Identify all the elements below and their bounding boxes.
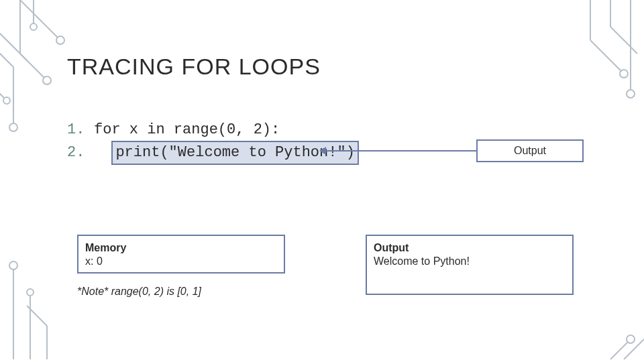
svg-point-12 bbox=[3, 97, 10, 104]
svg-line-8 bbox=[0, 40, 13, 67]
output-content: Welcome to Python! bbox=[374, 255, 566, 268]
svg-point-10 bbox=[9, 123, 17, 131]
svg-point-6 bbox=[30, 23, 37, 30]
svg-point-15 bbox=[620, 70, 628, 78]
circuit-deco-bottom-right bbox=[590, 319, 644, 362]
svg-line-17 bbox=[610, 27, 637, 54]
output-heading: Output bbox=[374, 241, 566, 255]
output-label-box: Output bbox=[476, 139, 584, 162]
code-text-1: for x in range(0, 2): bbox=[94, 121, 280, 138]
line-number-2: 2. bbox=[67, 142, 94, 164]
svg-point-4 bbox=[43, 76, 51, 84]
svg-point-27 bbox=[627, 335, 635, 343]
arrow-icon bbox=[321, 150, 476, 152]
svg-line-25 bbox=[27, 306, 47, 326]
note-text: *Note* range(0, 2) is [0, 1] bbox=[77, 286, 201, 298]
svg-point-19 bbox=[627, 90, 635, 98]
svg-line-7 bbox=[0, 20, 27, 60]
svg-line-0 bbox=[7, 0, 60, 40]
slide-title: TRACING FOR LOOPS bbox=[67, 54, 321, 80]
code-block: 1.for x in range(0, 2): 2. print("Welcom… bbox=[67, 119, 359, 165]
svg-line-28 bbox=[624, 339, 644, 359]
memory-box: Memory x: 0 bbox=[77, 235, 285, 274]
output-box: Output Welcome to Python! bbox=[366, 235, 574, 295]
circuit-deco-top-right bbox=[564, 0, 644, 110]
memory-content: x: 0 bbox=[85, 255, 277, 268]
slide: TRACING FOR LOOPS 1.for x in range(0, 2)… bbox=[0, 0, 644, 362]
svg-line-26 bbox=[610, 339, 631, 359]
svg-line-3 bbox=[20, 54, 47, 80]
output-label-text: Output bbox=[514, 145, 546, 157]
svg-point-21 bbox=[9, 261, 17, 269]
code-line-2: 2. print("Welcome to Python!") bbox=[67, 141, 359, 165]
svg-point-1 bbox=[56, 36, 64, 44]
code-line-1: 1.for x in range(0, 2): bbox=[67, 119, 359, 141]
circuit-deco-bottom-left bbox=[0, 252, 80, 362]
svg-line-11 bbox=[0, 80, 7, 101]
svg-line-14 bbox=[590, 40, 624, 74]
line-number-1: 1. bbox=[67, 119, 94, 141]
memory-heading: Memory bbox=[85, 241, 277, 255]
svg-point-23 bbox=[27, 289, 34, 296]
